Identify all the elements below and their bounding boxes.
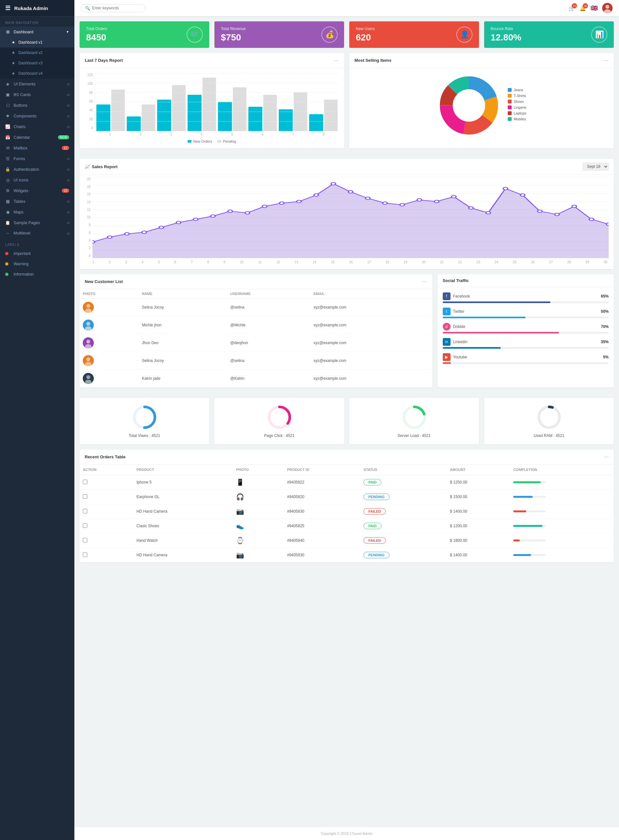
customer-name: Selina Jocoy <box>139 352 227 370</box>
avatar <box>83 355 94 366</box>
area-fill <box>93 184 609 258</box>
row-checkbox[interactable] <box>83 523 87 528</box>
sidebar-item-important[interactable]: Important <box>0 248 75 259</box>
svg-point-52 <box>86 304 90 308</box>
sidebar-item-dashboard-v2[interactable]: ★ Dashboard v2 <box>0 48 75 58</box>
x-label: 20 <box>422 260 425 264</box>
panel-header: Social Traffic <box>438 274 614 287</box>
sidebar-item-label: Dashboard v1 <box>18 40 43 45</box>
product-name: Earphone GL <box>133 490 233 504</box>
svg-point-43 <box>486 212 490 214</box>
svg-point-35 <box>348 190 353 193</box>
sidebar-item-label: Components <box>13 114 37 118</box>
dashboard-icon: ⊞ <box>5 30 10 34</box>
social-item-header: ▶ Youtube 5% <box>443 353 609 361</box>
labels-section-title: LABELS <box>0 238 75 248</box>
sidebar-item-forms[interactable]: ☰ Forms ◁ <box>0 153 75 164</box>
x-label: 25 <box>513 260 516 264</box>
search-input[interactable] <box>92 6 138 10</box>
sidebar-item-tables[interactable]: ▦ Tables ◁ <box>0 196 75 207</box>
svg-point-9 <box>453 89 485 122</box>
row-checkbox[interactable] <box>83 538 87 543</box>
month-select[interactable]: Sept 18 Oct 18 Nov 18 <box>583 163 609 170</box>
social-pct: 35% <box>601 339 609 344</box>
sidebar-item-information[interactable]: Information <box>0 269 75 280</box>
panel-title: Last 7 Days Report <box>85 58 123 63</box>
panel-options-button[interactable]: ··· <box>604 453 609 460</box>
sidebar-item-dashboard-v3[interactable]: ★ Dashboard v3 <box>0 58 75 68</box>
sidebar-item-label: Calendar <box>13 135 30 140</box>
table-row: Katrin jade @Katrin xyz@example.com <box>79 370 432 387</box>
sidebar-item-warning[interactable]: Warning <box>0 259 75 269</box>
alerts-button[interactable]: 🔔 10 <box>580 5 586 11</box>
legend-color <box>508 105 511 109</box>
status-badge: PAID <box>363 479 381 486</box>
sidebar-item-bs-cards[interactable]: ▣ BS Cards ◁ <box>0 89 75 100</box>
user-avatar[interactable] <box>602 3 613 13</box>
sidebar-item-calendar[interactable]: 📅 Calendar NEW <box>0 132 75 143</box>
x-label: 24 <box>495 260 498 264</box>
social-item-header: f Facebook 65% <box>443 292 609 300</box>
svg-point-23 <box>142 231 147 233</box>
legend-tshirts: T-Shirts <box>508 94 526 98</box>
icons-icon: ◎ <box>5 178 10 182</box>
x-label: 8 <box>207 260 209 264</box>
sidebar-item-dashboard[interactable]: ⊞ Dashboard ▼ <box>0 27 75 37</box>
legend-color <box>217 140 221 143</box>
completion-bar <box>513 540 546 541</box>
panel-title: Recent Orders Table <box>85 454 126 459</box>
sidebar-item-authentication[interactable]: 🔒 Authentication ◁ <box>0 164 75 175</box>
sidebar-item-mailbox[interactable]: ✉ Mailbox 12 <box>0 143 75 153</box>
sidebar-item-buttons[interactable]: ⬡ Buttons ◁ <box>0 100 75 111</box>
sidebar-item-label: Buttons <box>13 103 27 108</box>
search-icon: 🔍 <box>85 6 90 10</box>
x-label: 14 <box>313 260 316 264</box>
svg-point-33 <box>314 194 318 196</box>
circ-stat-label: Used RAM : 4521 <box>490 433 607 438</box>
sidebar-item-sample-pages[interactable]: 📋 Sample Pages ◁ <box>0 217 75 228</box>
progress-fill <box>443 302 551 303</box>
svg-point-44 <box>503 187 508 190</box>
panel-options-button[interactable]: ··· <box>422 278 427 285</box>
row-checkbox[interactable] <box>83 494 87 499</box>
x-label: 1 <box>93 260 94 264</box>
y-label: 20 <box>85 117 93 121</box>
sidebar-item-ui-icons[interactable]: ◎ UI Icons ◁ <box>0 175 75 185</box>
table-row: Michle jhon @Michle xyz@example.com <box>79 316 432 334</box>
sidebar-item-label: Mailbox <box>13 146 27 150</box>
social-item-youtube: ▶ Youtube 5% <box>443 353 609 364</box>
forms-icon: ☰ <box>5 156 10 161</box>
sidebar-item-components[interactable]: ❖ Components ◁ <box>0 111 75 121</box>
notifications-button[interactable]: 🛒 12 <box>568 5 575 11</box>
hamburger-icon[interactable]: ☰ <box>5 4 10 12</box>
row-checkbox[interactable] <box>83 509 87 513</box>
y-label: 12 <box>85 208 91 212</box>
bar-group-7 <box>279 92 307 131</box>
search-box[interactable]: 🔍 <box>81 4 145 12</box>
chevron-left-icon: ◁ <box>67 157 69 160</box>
star-icon: ★ <box>12 71 15 76</box>
sidebar-item-maps[interactable]: ◉ Maps ◁ <box>0 207 75 217</box>
row-checkbox[interactable] <box>83 480 87 484</box>
col-username: USERNAME <box>227 289 310 299</box>
sidebar-item-label: Important <box>13 251 31 256</box>
bar-group-6 <box>248 95 277 131</box>
panel-options-button[interactable]: ··· <box>604 57 609 64</box>
sidebar-item-dashboard-v4[interactable]: ★ Dashboard v4 <box>0 68 75 79</box>
sidebar-item-ui-elements[interactable]: ◈ UI Elements ◁ <box>0 79 75 89</box>
sidebar-item-widgets[interactable]: ⚙ Widgets 10 <box>0 185 75 196</box>
stat-value: 8450 <box>86 32 107 43</box>
y-label: 80 <box>85 91 93 94</box>
row-checkbox[interactable] <box>83 553 87 557</box>
circ-stat-ram: Used RAM : 4521 <box>484 398 614 444</box>
panel-options-button[interactable]: ··· <box>334 57 339 64</box>
stat-card-new-users: New Users 620 👤 <box>349 21 479 48</box>
sidebar-item-multilevel[interactable]: ↔ Multilevel ◁ <box>0 228 75 238</box>
svg-point-45 <box>520 194 525 196</box>
chevron-left-icon: ◁ <box>67 200 69 203</box>
ui-icon: ◈ <box>5 82 10 87</box>
sidebar-item-charts[interactable]: 📈 Charts ◁ <box>0 121 75 132</box>
svg-point-39 <box>417 199 422 201</box>
flag-icon[interactable]: 🇬🇧 <box>591 4 598 12</box>
sidebar-item-dashboard-v1[interactable]: ★ Dashboard v1 <box>0 37 75 48</box>
